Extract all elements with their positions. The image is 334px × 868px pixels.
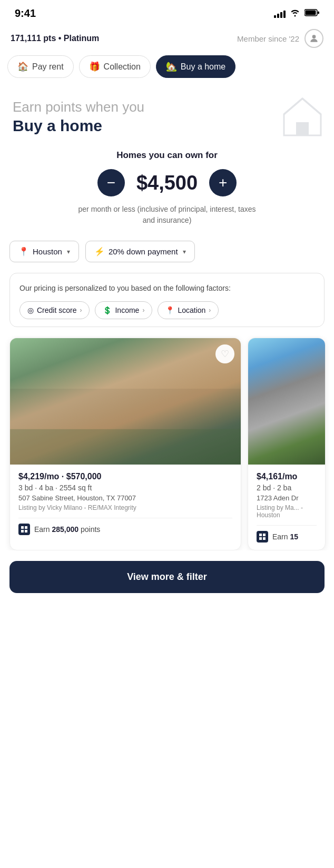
svg-rect-9 [21, 530, 24, 532]
svg-rect-7 [21, 526, 24, 529]
listing-card-2[interactable]: $4,161/mo 2 bd · 2 ba 1723 Aden Dr Listi… [248, 338, 326, 550]
battery-icon [304, 8, 319, 19]
filter-row: 📍 Houston ▾ ⚡ 20% down payment ▾ [0, 231, 334, 268]
listing-body-1: $4,219/mo · $570,000 3 bd · 4 ba · 2554 … [10, 465, 241, 542]
status-icons [274, 8, 319, 19]
svg-rect-11 [259, 534, 262, 536]
credit-score-factor[interactable]: ◎ Credit score › [19, 301, 90, 319]
hero-house-decoration [281, 96, 323, 138]
svg-rect-4 [296, 122, 309, 135]
tab-pay-rent[interactable]: 🏠 Pay rent [7, 55, 74, 78]
budget-amount: $4,500 [136, 172, 198, 194]
listing-image-2 [248, 338, 325, 465]
listings-container: ♡ $4,219/mo · $570,000 3 bd · 4 ba · 255… [0, 336, 334, 550]
nav-tabs: 🏠 Pay rent 🎁 Collection 🏡 Buy a home [0, 55, 334, 86]
avatar[interactable] [304, 29, 323, 48]
listing-image-1: ♡ [10, 338, 241, 465]
tab-collection[interactable]: 🎁 Collection [79, 55, 151, 78]
chevron-down-icon-2: ▾ [183, 248, 186, 255]
status-bar: 9:41 [0, 0, 334, 24]
listing-agent-2: Listing by Ma... - Houston [257, 504, 317, 519]
listing-photo-1 [10, 338, 241, 465]
hero-section: Earn points when you Buy a home [0, 86, 334, 141]
home-icon: 🏠 [17, 61, 28, 72]
listing-card-1[interactable]: ♡ $4,219/mo · $570,000 3 bd · 4 ba · 255… [9, 338, 241, 550]
view-more-button[interactable]: View more & filter [9, 561, 325, 593]
hero-subtitle: Earn points when you [13, 99, 321, 115]
decrement-button[interactable]: − [97, 169, 125, 196]
svg-rect-14 [263, 537, 266, 540]
listing-agent-1: Listing by Vicky Milano - RE/MAX Integri… [18, 504, 232, 511]
svg-rect-12 [263, 534, 266, 536]
budget-section: Homes you can own for − $4,500 + per mon… [0, 141, 334, 231]
svg-point-3 [312, 35, 316, 38]
factor-chips: ◎ Credit score › 💲 Income › 📍 Location › [19, 301, 315, 319]
svg-rect-8 [25, 526, 27, 529]
chevron-down-icon: ▾ [67, 248, 70, 255]
listing-address-1: 507 Sabine Street, Houston, TX 77007 [18, 494, 232, 502]
header-right: Member since '22 [237, 29, 323, 48]
hero-title: Buy a home [13, 116, 321, 135]
svg-rect-10 [25, 530, 27, 532]
increment-button[interactable]: + [209, 169, 237, 196]
listing-body-2: $4,161/mo 2 bd · 2 ba 1723 Aden Dr Listi… [248, 465, 325, 550]
tab-buy-home[interactable]: 🏡 Buy a home [156, 55, 235, 78]
svg-rect-2 [318, 11, 319, 14]
listing-address-2: 1723 Aden Dr [257, 494, 317, 502]
location-pin-icon: 📍 [18, 246, 29, 257]
location-filter[interactable]: 📍 Houston ▾ [9, 241, 79, 262]
credit-score-icon: ◎ [27, 306, 34, 314]
location-factor-icon: 📍 [165, 306, 174, 314]
member-since: Member since '22 [237, 34, 299, 43]
listing-details-2: 2 bd · 2 ba [257, 484, 317, 492]
points-icon-1 [18, 524, 30, 535]
listing-details-1: 3 bd · 4 ba · 2554 sq ft [18, 484, 232, 492]
income-icon: 💲 [103, 306, 112, 314]
favorite-button-1[interactable]: ♡ [215, 344, 234, 363]
listing-points-1: Earn 285,000 points [18, 518, 232, 535]
budget-controls: − $4,500 + [11, 169, 323, 196]
signal-icon [274, 9, 286, 18]
listings-scroll: ♡ $4,219/mo · $570,000 3 bd · 4 ba · 255… [0, 338, 334, 550]
chevron-right-icon-2: › [142, 307, 144, 314]
income-factor[interactable]: 💲 Income › [95, 301, 152, 319]
gift-icon: 🎁 [89, 61, 100, 72]
personalization-text: Our pricing is personalized to you based… [19, 283, 315, 294]
lightning-icon: ⚡ [94, 246, 105, 257]
wifi-icon [290, 8, 300, 19]
listing-price-1: $4,219/mo · $570,000 [18, 472, 232, 481]
down-payment-filter[interactable]: ⚡ 20% down payment ▾ [85, 241, 195, 262]
listing-points-2: Earn 15 [257, 525, 317, 542]
chevron-right-icon: › [80, 307, 82, 314]
points-display: 171,111 pts • Platinum [11, 34, 99, 43]
budget-label: Homes you can own for [11, 150, 323, 161]
budget-description: per month or less (inclusive of principa… [72, 204, 262, 226]
house-icon: 🏡 [166, 61, 177, 72]
header: 171,111 pts • Platinum Member since '22 [0, 24, 334, 55]
listing-photo-2 [248, 338, 325, 465]
svg-rect-13 [259, 537, 262, 540]
svg-rect-6 [10, 429, 241, 465]
location-factor[interactable]: 📍 Location › [158, 301, 219, 319]
personalization-box: Our pricing is personalized to you based… [9, 273, 325, 327]
listing-price-2: $4,161/mo [257, 472, 317, 481]
points-icon-2 [257, 531, 268, 542]
svg-rect-1 [306, 10, 316, 15]
chevron-right-icon-3: › [209, 307, 211, 314]
status-time: 9:41 [15, 7, 36, 19]
